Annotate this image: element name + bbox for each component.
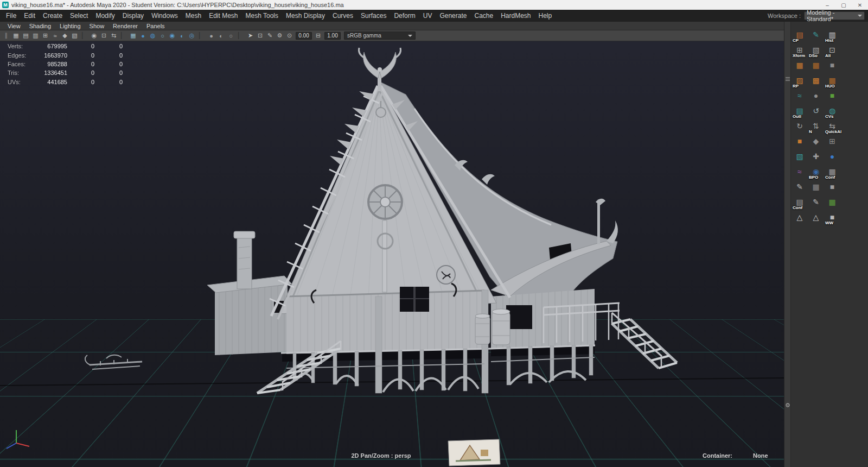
purple-curves-icon[interactable]: ≈: [793, 165, 806, 178]
move-tool-icon[interactable]: ✚: [809, 150, 822, 163]
make-live-icon[interactable]: ◉: [90, 31, 99, 40]
snap-to-curve-icon[interactable]: ≈: [50, 31, 60, 40]
gamma-icon[interactable]: ⊟: [314, 31, 322, 40]
menubar-item[interactable]: Curves: [329, 10, 357, 21]
lock-icon[interactable]: ■: [826, 59, 839, 72]
maximize-button[interactable]: ▢: [835, 0, 852, 10]
magnet-snap-icon[interactable]: ◆: [809, 135, 822, 148]
uv-grid-icon[interactable]: ▦: [793, 59, 806, 72]
orange-cube-icon[interactable]: ■: [793, 135, 806, 148]
menubar-item[interactable]: UV: [419, 10, 436, 21]
no-lighting-icon[interactable]: ○: [226, 31, 235, 40]
default-lighting-icon[interactable]: ●: [207, 31, 216, 40]
minimize-button[interactable]: –: [819, 0, 835, 10]
config-grid-icon[interactable]: ▦ Conf: [826, 165, 839, 178]
rotate-cycle-icon[interactable]: ↻: [793, 119, 806, 132]
poly-cube-icon[interactable]: ■: [826, 89, 839, 102]
panel-menu-item[interactable]: Show: [85, 22, 109, 30]
panel-menu-item[interactable]: Renderer: [108, 22, 142, 30]
triangle-right-icon[interactable]: △: [809, 211, 822, 224]
separator-icon[interactable]: ▏: [80, 31, 89, 40]
panel-menu-item[interactable]: Shading: [25, 22, 55, 30]
dso-icon[interactable]: ▧ DSo: [809, 43, 822, 56]
toolbar-grip-icon[interactable]: ∥: [2, 31, 11, 40]
close-button[interactable]: ✕: [852, 0, 868, 10]
render-preview-icon[interactable]: ▦: [129, 31, 138, 40]
menubar-item[interactable]: Edit Mesh: [205, 10, 241, 21]
menubar-item[interactable]: Create: [39, 10, 66, 21]
symmetry-icon[interactable]: ⇆: [109, 31, 118, 40]
menubar-item[interactable]: Display: [119, 10, 148, 21]
teal-marker-icon[interactable]: ▧: [793, 150, 806, 163]
panel-gear-icon[interactable]: ⚙: [784, 402, 791, 409]
edit-pencil-icon[interactable]: ✎: [793, 180, 806, 193]
menubar-item[interactable]: Surfaces: [357, 10, 390, 21]
ambient-occlusion-icon[interactable]: ◎: [187, 31, 196, 40]
menubar-item[interactable]: File: [2, 10, 20, 21]
history-icon[interactable]: ▥ Hist: [826, 28, 839, 41]
shaded-display-icon[interactable]: ●: [138, 31, 148, 40]
select-cursor-icon[interactable]: ➤: [246, 31, 255, 40]
menubar-item[interactable]: Help: [535, 10, 556, 21]
hud-options-icon[interactable]: ▦ HUO: [826, 74, 839, 87]
texture-table-icon[interactable]: ▩: [809, 74, 822, 87]
menubar-item[interactable]: Cache: [470, 10, 497, 21]
ww-icon[interactable]: ■ WW: [826, 211, 839, 224]
spreadsheet-icon[interactable]: ▦: [826, 195, 839, 209]
workspace-dropdown[interactable]: Modeling - Standard*: [804, 11, 865, 20]
snap-to-point-icon[interactable]: ◆: [60, 31, 69, 40]
menubar-item[interactable]: Mesh Display: [282, 10, 329, 21]
exposure-field[interactable]: 0.00: [296, 32, 312, 40]
cp-tool-icon[interactable]: ▤ CP: [793, 28, 806, 41]
construction-history-icon[interactable]: ⊡: [99, 31, 108, 40]
snap-to-grid-icon[interactable]: ⊞: [41, 31, 50, 40]
outliner-icon[interactable]: ▤ Outl: [793, 104, 806, 117]
display-settings-gear-icon[interactable]: ⚙: [275, 31, 284, 40]
shadows-icon[interactable]: ◐: [177, 31, 187, 40]
panel-menu-item[interactable]: View: [3, 22, 25, 30]
separator-icon[interactable]: ▏: [119, 31, 128, 40]
menubar-item[interactable]: HardMesh: [497, 10, 534, 21]
select-all-icon[interactable]: ⊡ All: [826, 43, 839, 56]
wireframe-display-icon[interactable]: ○: [158, 31, 167, 40]
xform-icon[interactable]: ⊞ Xform: [793, 43, 806, 56]
grease-pencil-icon[interactable]: ✎: [265, 31, 275, 40]
sketch-pencil-icon[interactable]: ✎: [809, 195, 822, 209]
flat-lighting-icon[interactable]: ◐: [216, 31, 226, 40]
menubar-item[interactable]: Mesh: [182, 10, 205, 21]
exposure-icon[interactable]: ⊙: [285, 31, 293, 40]
panel-menu-item[interactable]: Lighting: [55, 22, 85, 30]
config-icon[interactable]: ▤ Conf: [793, 195, 806, 209]
annotate-pencil-icon[interactable]: ✎: [809, 28, 822, 41]
select-by-hierarchy-icon[interactable]: ▦: [11, 31, 21, 40]
menubar-item[interactable]: Modify: [92, 10, 118, 21]
bpo-icon[interactable]: ◉ BPO: [809, 165, 822, 178]
quick-align-icon[interactable]: ⇆ QuickAl: [826, 119, 839, 132]
snap-together-icon[interactable]: ⊞: [826, 135, 839, 148]
colorspace-dropdown[interactable]: sRGB gamma: [344, 31, 416, 40]
textured-display-icon[interactable]: ◍: [148, 31, 157, 40]
separator-icon[interactable]: ▏: [197, 31, 206, 40]
gray-tool-icon[interactable]: ■: [826, 180, 839, 193]
select-by-component-icon[interactable]: ▥: [31, 31, 40, 40]
cvs-icon[interactable]: ◍ CVs: [826, 104, 839, 117]
loop-select-icon[interactable]: ↺: [809, 104, 822, 117]
menubar-item[interactable]: Generate: [436, 10, 470, 21]
rp-icon[interactable]: ▨ RP: [793, 74, 806, 87]
perspective-viewport[interactable]: Verts: 679995 0 0 Edges: 1663970 0 0 Fac…: [0, 41, 784, 467]
panel-menu-item[interactable]: Panels: [142, 22, 169, 30]
triangle-left-icon[interactable]: △: [793, 211, 806, 224]
splitter-grip-icon[interactable]: [786, 76, 790, 82]
blue-sphere-icon[interactable]: ●: [826, 150, 839, 163]
table-icon[interactable]: ▦: [809, 180, 822, 193]
menubar-item[interactable]: Deform: [390, 10, 419, 21]
menubar-item[interactable]: Select: [66, 10, 92, 21]
menubar-item[interactable]: Windows: [148, 10, 182, 21]
menubar-item[interactable]: Mesh Tools: [242, 10, 282, 21]
panel-splitter[interactable]: ⚙: [784, 22, 791, 467]
isolate-select-icon[interactable]: ⊡: [256, 31, 265, 40]
select-by-object-icon[interactable]: ▤: [21, 31, 30, 40]
curve-tool-icon[interactable]: ≈: [793, 89, 806, 102]
use-all-lights-icon[interactable]: ◉: [168, 31, 177, 40]
separator-icon[interactable]: ▏: [236, 31, 245, 40]
